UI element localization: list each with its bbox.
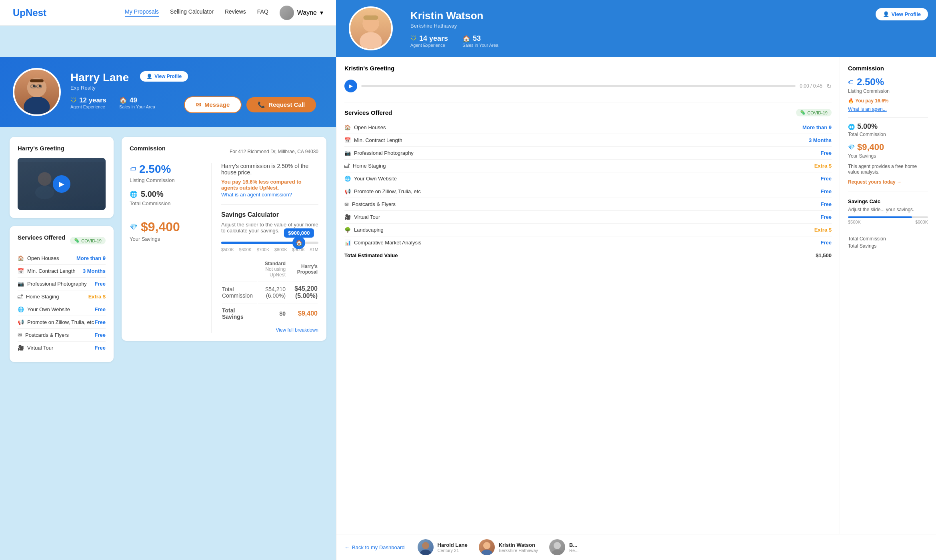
harry-name: Harry Lane bbox=[70, 71, 129, 84]
nav-bar: UpNest My Proposals Selling Calculator R… bbox=[0, 0, 336, 26]
home-icon: 🏠 bbox=[119, 96, 127, 104]
k-total-pct: 5.00% bbox=[857, 122, 878, 131]
k-video-icon: 🎥 bbox=[344, 214, 351, 220]
k-megaphone-icon: 📢 bbox=[344, 188, 351, 194]
view-profile-button[interactable]: 👤 View Profile bbox=[140, 71, 188, 82]
svg-point-17 bbox=[420, 550, 431, 555]
svg-point-20 bbox=[554, 542, 561, 549]
greeting-card: Harry's Greeting ▶ bbox=[10, 137, 114, 218]
play-button[interactable]: ▶ bbox=[53, 175, 70, 193]
k-comm-icon: 🏷 bbox=[848, 79, 854, 85]
k-tree-icon: 🌳 bbox=[344, 227, 351, 233]
commission-address: For 412 Richmond Dr, Millbrae, CA 94030 bbox=[230, 149, 318, 154]
k-service-staging: 🛋Home Staging Extra $ bbox=[344, 160, 832, 172]
nav-selling-calculator[interactable]: Selling Calculator bbox=[170, 8, 214, 17]
upnest-icon: 🏷 bbox=[130, 166, 136, 173]
service-website: 🌐Your Own Website Free bbox=[18, 303, 106, 316]
k-service-contract: 📅Min. Contract Length 3 Months bbox=[344, 134, 832, 147]
svg-point-1 bbox=[360, 32, 382, 49]
k-service-promote: 📢Promote on Zillow, Trulia, etc Free bbox=[344, 185, 832, 198]
k-request-link[interactable]: Request yours today → bbox=[848, 179, 902, 185]
total-comm-label: Total Commission bbox=[130, 200, 202, 206]
listing-pct: 2.50% bbox=[139, 163, 171, 176]
k-savings-calc-title: Savings Calc bbox=[848, 198, 928, 204]
shield-icon-top: 🛡 bbox=[410, 35, 417, 42]
savings-slider[interactable]: $900,000 🏠 $500K bbox=[221, 242, 318, 252]
audio-refresh-icon[interactable]: ↻ bbox=[826, 82, 832, 90]
kristin-services-title: Services Offered bbox=[344, 109, 392, 116]
k-service-open-houses: 🏠Open Houses More than 9 bbox=[344, 121, 832, 134]
audio-play-button[interactable]: ▶ bbox=[344, 80, 357, 92]
nav-links: My Proposals Selling Calculator Reviews … bbox=[125, 8, 268, 17]
k-what-is-link[interactable]: What is an agen... bbox=[848, 106, 887, 112]
calendar-icon: 📅 bbox=[18, 268, 24, 274]
upnest-savings-text: You pay 16.6% less compared to agents ou… bbox=[221, 179, 318, 191]
savings-amount: $9,400 bbox=[141, 220, 180, 234]
nav-my-proposals[interactable]: My Proposals bbox=[125, 8, 159, 17]
harry-avatar bbox=[13, 68, 61, 116]
slider-thumb[interactable]: 🏠 bbox=[292, 236, 305, 249]
phone-icon: 📞 bbox=[258, 101, 265, 108]
globe-icon: 🌐 bbox=[18, 306, 24, 312]
k-service-landscaping: 🌳Landscaping Extra $ bbox=[344, 224, 832, 236]
kristin-nav-company: Berkshire Hathaway bbox=[499, 548, 538, 553]
view-breakdown-link[interactable]: View full breakdown bbox=[221, 327, 318, 333]
services-list: 🏠Open Houses More than 9 📅Min. Contract … bbox=[18, 252, 106, 354]
fire-icon: 🔥 bbox=[848, 98, 854, 104]
service-open-houses: 🏠Open Houses More than 9 bbox=[18, 252, 106, 265]
covid-badge: 🦠 COVID-19 bbox=[70, 237, 106, 244]
svg-point-15 bbox=[35, 186, 54, 199]
k-mini-slider[interactable] bbox=[848, 216, 928, 218]
savings-calc-title: Savings Calculator bbox=[221, 211, 318, 218]
k-service-virtual: 🎥Virtual Tour Free bbox=[344, 211, 832, 224]
message-icon: ✉ bbox=[196, 101, 201, 108]
k-globe-comm: 🌐 bbox=[848, 124, 855, 130]
audio-progress[interactable] bbox=[361, 85, 796, 87]
kristin-covid-badge: 🦠 COVID-19 bbox=[796, 109, 832, 116]
arrow-left-icon: ← bbox=[344, 544, 350, 550]
home-slider-icon: 🏠 bbox=[296, 240, 302, 246]
kristin-services-list: 🏠Open Houses More than 9 📅Min. Contract … bbox=[344, 121, 832, 262]
kristin-sales-stat: 🏠 53 Sales in Your Area bbox=[462, 34, 498, 48]
commission-card: Commission For 412 Richmond Dr, Millbrae… bbox=[122, 137, 326, 341]
svg-rect-3 bbox=[363, 16, 378, 20]
back-dashboard-btn[interactable]: ← Back to my Dashboard bbox=[344, 544, 405, 550]
svg-point-21 bbox=[552, 550, 563, 555]
comparison-table: Standard Not using UpNest Harry's Propos… bbox=[221, 260, 318, 324]
k-mail-icon: ✉ bbox=[344, 201, 349, 207]
k-savings-calc-desc: Adjust the slide... your savings. bbox=[848, 207, 928, 212]
service-photography: 📷Professional Photography Free bbox=[18, 278, 106, 290]
k-camera-icon: 📷 bbox=[344, 150, 351, 156]
bottom-nav: ← Back to my Dashboard Harold Lane Centu… bbox=[336, 534, 936, 560]
k-savings-label: Your Savings bbox=[848, 153, 928, 159]
nav-kristin[interactable]: Kristin Watson Berkshire Hathaway bbox=[479, 539, 538, 555]
nav-username: Wayne bbox=[297, 9, 317, 16]
services-title: Services Offered bbox=[18, 234, 65, 241]
nav-reviews[interactable]: Reviews bbox=[225, 8, 246, 17]
service-postcards: ✉Postcards & Flyers Free bbox=[18, 329, 106, 342]
total-pct: 5.00% bbox=[141, 190, 164, 199]
greeting-audio: ▶ 0:00 / 0:45 ↻ bbox=[344, 76, 832, 96]
k-total-sav-label: Total Savings bbox=[848, 243, 928, 249]
svg-point-19 bbox=[481, 550, 492, 555]
nav-user[interactable]: Wayne ▾ bbox=[280, 6, 323, 20]
svg-point-14 bbox=[38, 172, 52, 186]
harry-experience: 🛡 12 years Agent Experience bbox=[70, 96, 106, 113]
couch-icon: 🛋 bbox=[18, 294, 23, 300]
kristin-nav-avatar bbox=[479, 539, 495, 555]
nav-third[interactable]: B... Re... bbox=[549, 539, 578, 555]
nav-faq[interactable]: FAQ bbox=[257, 8, 268, 17]
service-virtual-tour: 🎥Virtual Tour Free bbox=[18, 342, 106, 354]
megaphone-icon: 📢 bbox=[18, 319, 24, 325]
nav-harold[interactable]: Harold Lane Century 21 bbox=[418, 539, 468, 555]
globe-comm-icon: 🌐 bbox=[130, 190, 138, 198]
message-button[interactable]: ✉ Message bbox=[184, 96, 242, 113]
view-profile-btn-top[interactable]: 👤 View Profile bbox=[876, 8, 928, 20]
k-globe-icon: 🌐 bbox=[344, 176, 351, 182]
video-thumbnail[interactable]: ▶ bbox=[18, 158, 106, 210]
k-calendar-icon: 📅 bbox=[344, 137, 351, 143]
what-is-link[interactable]: What is an agent commission? bbox=[221, 192, 292, 198]
k-service-photography: 📷Professional Photography Free bbox=[344, 147, 832, 160]
request-call-button[interactable]: 📞 Request Call bbox=[246, 97, 316, 112]
home-icon-top: 🏠 bbox=[462, 35, 470, 42]
